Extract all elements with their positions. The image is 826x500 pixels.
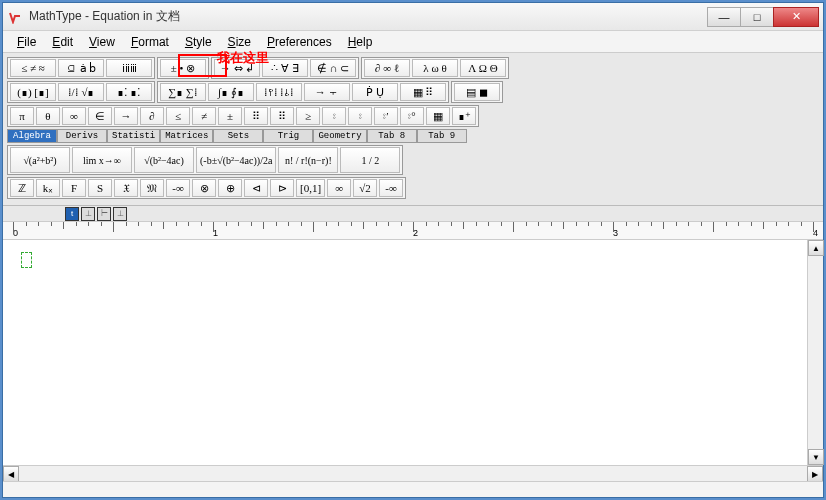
tool-button[interactable]: Λ Ω Θ bbox=[460, 59, 506, 77]
tool-button[interactable]: ∞ bbox=[62, 107, 86, 125]
menu-file[interactable]: File bbox=[9, 33, 44, 51]
tool-button[interactable]: π bbox=[10, 107, 34, 125]
pin-button[interactable]: t bbox=[65, 207, 79, 221]
tool-button[interactable]: ∉ ∩ ⊂ bbox=[310, 59, 356, 77]
tool-group: ± • ⊗ bbox=[157, 57, 209, 79]
pin-button[interactable]: ⊥ bbox=[113, 207, 127, 221]
tool-button[interactable]: ∎⁚ ∎⁚ bbox=[106, 83, 152, 101]
tab-matrices[interactable]: Matrices bbox=[160, 129, 213, 143]
vertical-scrollbar[interactable]: ▲ ▼ bbox=[807, 240, 823, 465]
tab-trig[interactable]: Trig bbox=[263, 129, 313, 143]
tool-button[interactable]: λ ω θ bbox=[412, 59, 458, 77]
tool-button[interactable]: ▤ ◼ bbox=[454, 83, 500, 101]
tool-button[interactable]: ⦂° bbox=[400, 107, 424, 125]
pin-bar: t⊥⊢⊥ bbox=[3, 206, 823, 222]
tool-button[interactable]: ≤ ≠ ≈ bbox=[10, 59, 56, 77]
menu-preferences[interactable]: Preferences bbox=[259, 33, 340, 51]
tool-button[interactable]: ≥ bbox=[296, 107, 320, 125]
tool-button[interactable]: ⦂ bbox=[348, 107, 372, 125]
window-title: MathType - Equation in 文档 bbox=[29, 8, 708, 25]
scroll-up-icon[interactable]: ▲ bbox=[808, 240, 824, 256]
maximize-button[interactable]: □ bbox=[740, 7, 774, 27]
tool-button[interactable]: √(b²−4ac) bbox=[134, 147, 194, 173]
tool-button[interactable]: (-b±√(b²−4ac))/2a bbox=[196, 147, 276, 173]
tool-button[interactable]: ⊲ bbox=[244, 179, 268, 197]
tool-button[interactable]: n! / r!(n−r)! bbox=[278, 147, 338, 173]
tool-button[interactable]: 𝔐 bbox=[140, 179, 164, 197]
menu-format[interactable]: Format bbox=[123, 33, 177, 51]
menubar: FileEditViewFormatStyleSizePreferencesHe… bbox=[3, 31, 823, 53]
pin-button[interactable]: ⊥ bbox=[81, 207, 95, 221]
tool-group: ▤ ◼ bbox=[451, 81, 503, 103]
tab-tab 9[interactable]: Tab 9 bbox=[417, 129, 467, 143]
horizontal-scrollbar[interactable]: ◀ ▶ bbox=[3, 465, 823, 481]
tool-button[interactable]: [0,1] bbox=[296, 179, 325, 197]
tool-button[interactable]: lim x→∞ bbox=[72, 147, 132, 173]
tool-button[interactable]: ⫑ ȧ ḃ bbox=[58, 59, 104, 77]
statusbar bbox=[3, 481, 823, 497]
tool-button[interactable]: ∫∎ ∮∎ bbox=[208, 83, 254, 101]
tool-button[interactable]: ⦂ bbox=[322, 107, 346, 125]
tool-button[interactable]: kₓ bbox=[36, 179, 60, 197]
tool-group: πθ∞∈→∂≤≠±⠿⠿≥⦂⦂⦂′⦂°▦∎⁺ bbox=[7, 105, 479, 127]
ruler: 01234 bbox=[3, 222, 823, 240]
tool-button[interactable]: Ṗ Ụ bbox=[352, 83, 398, 101]
scroll-left-icon[interactable]: ◀ bbox=[3, 466, 19, 482]
tool-button[interactable]: ∂ bbox=[140, 107, 164, 125]
tool-button[interactable]: 𝔛 bbox=[114, 179, 138, 197]
tool-group: ≤ ≠ ≈⫑ ȧ ḃⅰⅱⅲ bbox=[7, 57, 155, 79]
menu-help[interactable]: Help bbox=[340, 33, 381, 51]
menu-view[interactable]: View bbox=[81, 33, 123, 51]
tool-button[interactable]: ⊕ bbox=[218, 179, 242, 197]
tool-button[interactable]: ⊗ bbox=[192, 179, 216, 197]
tool-button[interactable]: ⠿ bbox=[244, 107, 268, 125]
tab-statisti[interactable]: Statisti bbox=[107, 129, 160, 143]
tool-button[interactable]: (∎) [∎] bbox=[10, 83, 56, 101]
tab-sets[interactable]: Sets bbox=[213, 129, 263, 143]
menu-style[interactable]: Style bbox=[177, 33, 220, 51]
menu-edit[interactable]: Edit bbox=[44, 33, 81, 51]
tool-button[interactable]: ≤ bbox=[166, 107, 190, 125]
tool-button[interactable]: ∂ ∞ ℓ bbox=[364, 59, 410, 77]
scroll-right-icon[interactable]: ▶ bbox=[807, 466, 823, 482]
tool-button[interactable]: ⦂′ bbox=[374, 107, 398, 125]
tab-tab 8[interactable]: Tab 8 bbox=[367, 129, 417, 143]
tool-button[interactable]: ⠿ bbox=[270, 107, 294, 125]
tool-button[interactable]: ∎⁺ bbox=[452, 107, 476, 125]
tool-button[interactable]: F bbox=[62, 179, 86, 197]
tool-button[interactable]: ℤ bbox=[10, 179, 34, 197]
tool-button[interactable]: θ bbox=[36, 107, 60, 125]
tool-group: ℤkₓFS𝔛𝔐-∞⊗⊕⊲⊳[0,1]∞√2-∞ bbox=[7, 177, 406, 199]
tool-button[interactable]: ▦ bbox=[426, 107, 450, 125]
tool-button[interactable]: ∑∎ ∑⁞ bbox=[160, 83, 206, 101]
pin-button[interactable]: ⊢ bbox=[97, 207, 111, 221]
tool-button[interactable]: √2 bbox=[353, 179, 377, 197]
titlebar: MathType - Equation in 文档 — □ ✕ bbox=[3, 3, 823, 31]
tool-button[interactable]: -∞ bbox=[166, 179, 190, 197]
tool-button[interactable]: -∞ bbox=[379, 179, 403, 197]
tool-button[interactable]: → ⫟ bbox=[304, 83, 350, 101]
edit-area[interactable]: ▲ ▼ bbox=[3, 240, 823, 465]
tool-button[interactable]: ⁞/⁞ √∎ bbox=[58, 83, 104, 101]
scroll-down-icon[interactable]: ▼ bbox=[808, 449, 824, 465]
minimize-button[interactable]: — bbox=[707, 7, 741, 27]
tool-button[interactable]: √(a²+b²) bbox=[10, 147, 70, 173]
tool-button[interactable]: ⊳ bbox=[270, 179, 294, 197]
tab-derivs[interactable]: Derivs bbox=[57, 129, 107, 143]
tool-button[interactable]: ∈ bbox=[88, 107, 112, 125]
tool-button[interactable]: 1 / 2 bbox=[340, 147, 400, 173]
tool-button[interactable]: → bbox=[114, 107, 138, 125]
tool-button[interactable]: ⅰⅱⅲ bbox=[106, 59, 152, 77]
tool-button[interactable]: ≠ bbox=[192, 107, 216, 125]
tool-button[interactable]: ⁞⫯⁞ ⁞⫰⁞ bbox=[256, 83, 302, 101]
tab-algebra[interactable]: Algebra bbox=[7, 129, 57, 143]
tool-button[interactable]: ± • ⊗ bbox=[160, 59, 206, 77]
tool-button[interactable]: ∞ bbox=[327, 179, 351, 197]
tool-group: (∎) [∎]⁞/⁞ √∎∎⁚ ∎⁚ bbox=[7, 81, 155, 103]
tool-button[interactable]: ± bbox=[218, 107, 242, 125]
menu-size[interactable]: Size bbox=[220, 33, 259, 51]
tool-button[interactable]: ▦ ⠿ bbox=[400, 83, 446, 101]
tab-geometry[interactable]: Geometry bbox=[313, 129, 366, 143]
close-button[interactable]: ✕ bbox=[773, 7, 819, 27]
tool-button[interactable]: S bbox=[88, 179, 112, 197]
